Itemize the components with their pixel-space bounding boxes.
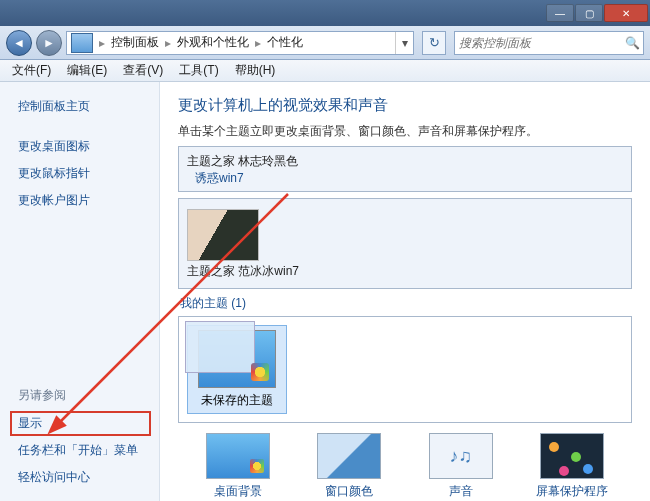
sound-icon xyxy=(429,433,493,479)
window-color-link[interactable]: 窗口颜色 天空 xyxy=(297,433,401,501)
close-button[interactable]: ✕ xyxy=(604,4,648,22)
menu-edit[interactable]: 编辑(E) xyxy=(59,60,115,81)
titlebar: — ▢ ✕ xyxy=(0,0,650,26)
page-subtitle: 单击某个主题立即更改桌面背景、窗口颜色、声音和屏幕保护程序。 xyxy=(178,123,632,140)
sidebar-ease-of-access[interactable]: 轻松访问中心 xyxy=(0,464,159,491)
breadcrumb-item[interactable]: 个性化 xyxy=(263,34,307,51)
menu-help[interactable]: 帮助(H) xyxy=(227,60,284,81)
screensaver-link[interactable]: 屏幕保护程序 气泡 xyxy=(520,433,624,501)
setting-label: 屏幕保护程序 xyxy=(520,483,624,500)
theme-desc: 诱惑win7 xyxy=(187,171,244,185)
page-title: 更改计算机上的视觉效果和声音 xyxy=(178,96,632,115)
forward-button[interactable]: ► xyxy=(36,30,62,56)
setting-label: 窗口颜色 xyxy=(297,483,401,500)
sidebar-mouse-pointers[interactable]: 更改鼠标指针 xyxy=(0,160,159,187)
chevron-right-icon: ▸ xyxy=(163,36,173,50)
address-dropdown[interactable]: ▾ xyxy=(395,32,413,54)
address-bar[interactable]: ▸ 控制面板 ▸ 外观和个性化 ▸ 个性化 ▾ xyxy=(66,31,414,55)
menu-file[interactable]: 文件(F) xyxy=(4,60,59,81)
theme-thumbnail xyxy=(187,209,259,261)
sidebar-home[interactable]: 控制面板主页 xyxy=(0,94,159,123)
maximize-button[interactable]: ▢ xyxy=(575,4,603,22)
nav-toolbar: ◄ ► ▸ 控制面板 ▸ 外观和个性化 ▸ 个性化 ▾ ↻ 🔍 xyxy=(0,26,650,60)
theme-name: 主题之家 范冰冰win7 xyxy=(187,264,299,278)
chevron-right-icon: ▸ xyxy=(97,36,107,50)
setting-label: 桌面背景 xyxy=(186,483,290,500)
window-color-icon xyxy=(317,433,381,479)
chevron-right-icon: ▸ xyxy=(253,36,263,50)
sounds-link[interactable]: 声音 Windows 默认 xyxy=(409,433,513,501)
sidebar-see-also: 另请参阅 xyxy=(0,383,159,410)
theme-entry[interactable]: 主题之家 林志玲黑色 诱惑win7 xyxy=(178,146,632,192)
sidebar-taskbar[interactable]: 任务栏和「开始」菜单 xyxy=(0,437,159,464)
sidebar-desktop-icons[interactable]: 更改桌面图标 xyxy=(0,133,159,160)
wallpaper-icon xyxy=(206,433,270,479)
sidebar-display[interactable]: 显示 xyxy=(10,411,151,436)
desktop-background-link[interactable]: 桌面背景 Harmony xyxy=(186,433,290,501)
screensaver-icon xyxy=(540,433,604,479)
theme-thumbnail xyxy=(198,330,276,388)
breadcrumb-item[interactable]: 外观和个性化 xyxy=(173,34,253,51)
theme-caption: 未保存的主题 xyxy=(192,392,282,409)
control-panel-icon xyxy=(71,33,93,53)
theme-entry[interactable]: 主题之家 范冰冰win7 xyxy=(178,198,632,289)
menu-bar: 文件(F) 编辑(E) 查看(V) 工具(T) 帮助(H) xyxy=(0,60,650,82)
my-themes-label: 我的主题 (1) xyxy=(180,295,632,312)
menu-view[interactable]: 查看(V) xyxy=(115,60,171,81)
refresh-button[interactable]: ↻ xyxy=(422,31,446,55)
search-input[interactable] xyxy=(455,36,621,50)
search-box[interactable]: 🔍 xyxy=(454,31,644,55)
menu-tools[interactable]: 工具(T) xyxy=(171,60,226,81)
settings-row: 桌面背景 Harmony 窗口颜色 天空 声音 Windows 默认 屏幕保护程… xyxy=(178,433,632,501)
breadcrumb-item[interactable]: 控制面板 xyxy=(107,34,163,51)
setting-label: 声音 xyxy=(409,483,513,500)
search-icon[interactable]: 🔍 xyxy=(621,36,643,50)
minimize-button[interactable]: — xyxy=(546,4,574,22)
sidebar: 控制面板主页 更改桌面图标 更改鼠标指针 更改帐户图片 另请参阅 显示 任务栏和… xyxy=(0,82,160,501)
my-themes-box: 未保存的主题 xyxy=(178,316,632,423)
theme-name: 主题之家 林志玲黑色 xyxy=(187,154,298,168)
main-panel: 更改计算机上的视觉效果和声音 单击某个主题立即更改桌面背景、窗口颜色、声音和屏幕… xyxy=(160,82,650,501)
theme-item-unsaved[interactable]: 未保存的主题 xyxy=(187,325,287,414)
sidebar-account-picture[interactable]: 更改帐户图片 xyxy=(0,187,159,214)
back-button[interactable]: ◄ xyxy=(6,30,32,56)
